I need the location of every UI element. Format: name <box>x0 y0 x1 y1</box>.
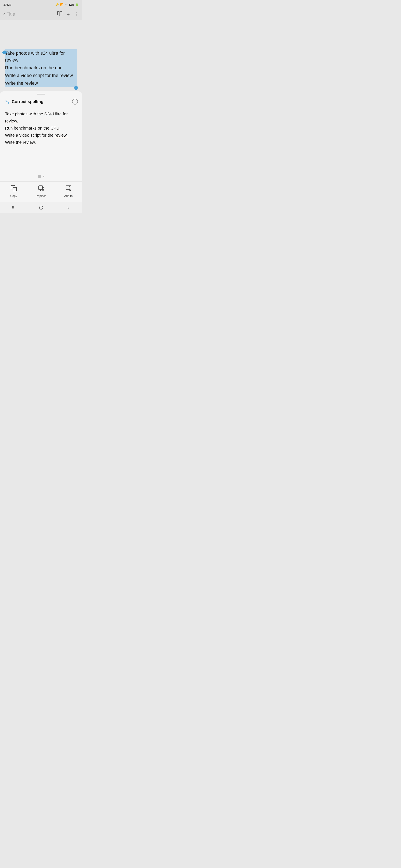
add-button[interactable]: + <box>67 11 70 18</box>
home-button[interactable] <box>39 205 44 211</box>
page-indicator-2 <box>42 176 44 177</box>
copy-action[interactable]: Copy <box>5 185 22 197</box>
sheet-header: Correct spelling ! <box>0 98 82 108</box>
status-time: 17:28 <box>3 3 11 6</box>
corrected-line-1: Take photos with the S24 Ultra for revie… <box>5 111 77 125</box>
top-bar: ‹ Title + ⋮ <box>0 8 82 20</box>
corrected-line-3: Write a video script for the review. <box>5 132 77 139</box>
text-line-1: Take photos with s24 ultra for review <box>5 49 77 64</box>
copy-icon <box>10 185 17 193</box>
recent-apps-button[interactable] <box>11 205 16 211</box>
svg-rect-0 <box>13 187 17 191</box>
page-indicators <box>0 172 82 181</box>
document-title[interactable]: Title <box>6 11 15 17</box>
correction-cpu: CPU. <box>51 126 61 130</box>
page-indicator-1 <box>38 175 41 178</box>
correction-review-2: review. <box>55 133 68 137</box>
status-bar: 17:28 🔑 📶 ▪▪▪ 62% 🔋 <box>0 0 82 8</box>
corrected-line-2: Run benchmarks on the CPU. <box>5 125 77 132</box>
top-bar-left: ‹ Title <box>3 11 15 17</box>
info-button[interactable]: ! <box>72 99 78 104</box>
text-line-3: Write a video script for the review <box>5 71 77 79</box>
signal-icon: ▪▪▪ <box>64 3 67 6</box>
replace-icon <box>38 185 45 193</box>
document-content: Take photos with s24 ultra for review Ru… <box>0 20 82 91</box>
sheet-title-row: Correct spelling <box>4 99 44 104</box>
wifi-icon: 📶 <box>60 3 63 6</box>
corrected-text: Take photos with the S24 Ultra for revie… <box>0 108 82 151</box>
corrected-line-4: Write the review. <box>5 139 77 146</box>
add-to-icon <box>65 185 72 193</box>
sheet-spacer <box>0 151 82 172</box>
correction-review-1: review. <box>5 119 18 123</box>
back-nav-button[interactable] <box>66 205 71 211</box>
text-line-2: Run benchmarks on the cpu <box>5 64 77 71</box>
back-button[interactable]: ‹ <box>3 11 5 17</box>
book-icon[interactable] <box>57 11 62 18</box>
bottom-sheet: Correct spelling ! Take photos with the … <box>0 91 82 213</box>
correction-review-3: review. <box>23 140 36 145</box>
add-to-action[interactable]: Add to <box>60 185 77 197</box>
replace-label: Replace <box>36 194 46 197</box>
key-icon: 🔑 <box>55 3 59 6</box>
sparkle-ai-icon <box>4 99 9 104</box>
svg-point-9 <box>39 206 43 210</box>
replace-action[interactable]: Replace <box>33 185 50 197</box>
correction-s24-ultra: the S24 Ultra <box>37 112 62 116</box>
copy-label: Copy <box>10 194 17 197</box>
status-icons: 🔑 📶 ▪▪▪ 62% 🔋 <box>55 3 79 6</box>
battery-icon: 🔋 <box>76 3 79 6</box>
action-bar: Copy Replace <box>0 181 82 202</box>
nav-bar <box>0 202 82 213</box>
top-bar-right: + ⋮ <box>57 11 79 18</box>
text-lines: Take photos with s24 ultra for review Ru… <box>5 49 77 87</box>
text-line-4: Write the review <box>5 79 77 87</box>
more-menu-button[interactable]: ⋮ <box>74 11 79 17</box>
sheet-title: Correct spelling <box>12 99 44 104</box>
add-to-label: Add to <box>64 194 73 197</box>
svg-rect-1 <box>39 186 42 190</box>
sheet-drag-handle[interactable] <box>37 94 45 95</box>
battery-text: 62% <box>69 3 74 6</box>
